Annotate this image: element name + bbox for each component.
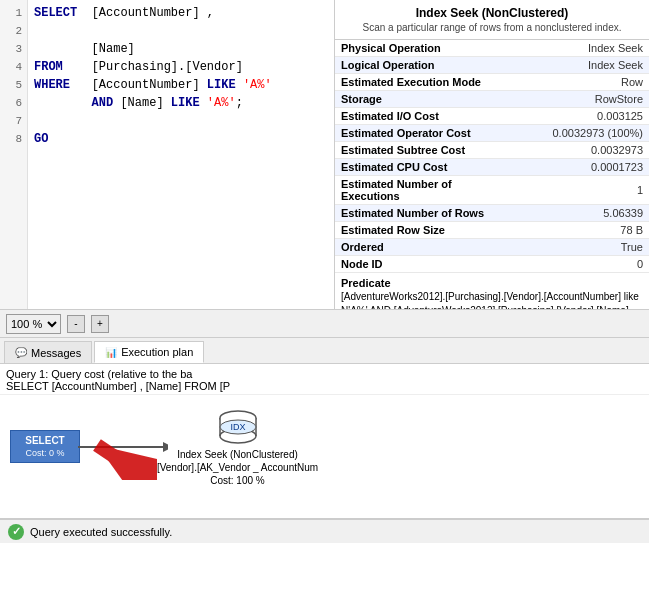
info-row-label: Estimated CPU Cost [335, 159, 508, 176]
line-numbers: 1 2 3 4 5 6 7 8 [0, 0, 28, 309]
info-panel: Index Seek (NonClustered) Scan a particu… [335, 0, 649, 309]
info-table-row: StorageRowStore [335, 91, 649, 108]
info-row-label: Estimated Number of Rows [335, 205, 508, 222]
index-seek-node[interactable]: IDX Index Seek (NonClustered) [Vendor].[… [155, 410, 320, 487]
code-line-2 [34, 22, 330, 40]
info-row-label: Estimated Row Size [335, 222, 508, 239]
code-line-8: GO [34, 130, 330, 148]
info-row-label: Estimated Operator Cost [335, 125, 508, 142]
execution-plan-icon: 📊 [105, 347, 117, 358]
query-cost-line2: SELECT [AccountNumber] , [Name] FROM [P [6, 380, 230, 392]
status-text: Query executed successfully. [30, 526, 172, 538]
info-table-row: Estimated Execution ModeRow [335, 74, 649, 91]
plan-canvas: SELECT Cost: 0 % [0, 395, 649, 515]
line-num-1: 1 [0, 4, 27, 22]
info-row-value: 0.0001723 [508, 159, 649, 176]
tab-messages[interactable]: 💬 Messages [4, 341, 92, 363]
code-panel: 1 2 3 4 5 6 7 8 SELECT [AccountNumber] ,… [0, 0, 335, 309]
info-row-label: Estimated Execution Mode [335, 74, 508, 91]
info-table-row: Estimated Number of Rows5.06339 [335, 205, 649, 222]
info-table-row: Physical OperationIndex Seek [335, 40, 649, 57]
index-node-cost: Cost: 100 % [155, 474, 320, 487]
info-row-label: Estimated Subtree Cost [335, 142, 508, 159]
tab-execution-plan-label: Execution plan [121, 346, 193, 358]
red-arrow [82, 430, 157, 480]
query-cost-line1: Query 1: Query cost (relative to the ba [6, 368, 192, 380]
info-row-value: 0.0032973 [508, 142, 649, 159]
info-row-value: Row [508, 74, 649, 91]
line-num-7: 7 [0, 112, 27, 130]
line-num-4: 4 [0, 58, 27, 76]
select-node[interactable]: SELECT Cost: 0 % [10, 430, 80, 463]
info-table-row: Estimated I/O Cost0.003125 [335, 108, 649, 125]
info-row-label: Ordered [335, 239, 508, 256]
line-num-8: 8 [0, 130, 27, 148]
select-node-label: SELECT [17, 435, 73, 446]
info-table-row: Estimated Subtree Cost0.0032973 [335, 142, 649, 159]
line-num-6: 6 [0, 94, 27, 112]
select-node-cost: Cost: 0 % [17, 448, 73, 458]
code-line-5: WHERE [AccountNumber] LIKE 'A%' [34, 76, 330, 94]
code-line-1: SELECT [AccountNumber] , [34, 4, 330, 22]
toolbar-row: 25 % 50 % 75 % 100 % 150 % 200 % - + [0, 310, 649, 338]
code-content: SELECT [AccountNumber] , [Name] FROM [Pu… [30, 0, 334, 152]
line-num-2: 2 [0, 22, 27, 40]
info-row-label: Estimated Number of Executions [335, 176, 508, 205]
info-row-label: Estimated I/O Cost [335, 108, 508, 125]
zoom-increase-button[interactable]: + [91, 315, 109, 333]
execution-area: Query 1: Query cost (relative to the ba … [0, 364, 649, 519]
info-row-value: Index Seek [508, 57, 649, 74]
zoom-select[interactable]: 25 % 50 % 75 % 100 % 150 % 200 % [6, 314, 61, 334]
index-node-label2: [Vendor].[AK_Vendor _ AccountNum [155, 461, 320, 474]
index-seek-icon: IDX [218, 410, 258, 446]
info-row-label: Logical Operation [335, 57, 508, 74]
info-table-row: Estimated Operator Cost0.0032973 (100%) [335, 125, 649, 142]
code-line-7 [34, 112, 330, 130]
status-success-icon: ✓ [8, 524, 24, 540]
line-num-5: 5 [0, 76, 27, 94]
messages-icon: 💬 [15, 347, 27, 358]
status-bar: ✓ Query executed successfully. [0, 519, 649, 543]
info-table-row: Estimated CPU Cost0.0001723 [335, 159, 649, 176]
info-row-value: True [508, 239, 649, 256]
info-row-value: 78 B [508, 222, 649, 239]
info-row-label: Node ID [335, 256, 508, 273]
info-table-row: Estimated Number of Executions1 [335, 176, 649, 205]
details-section: Predicate [AdventureWorks2012].[Purchasi… [335, 273, 649, 309]
info-row-value: 0.003125 [508, 108, 649, 125]
index-node-label1: Index Seek (NonClustered) [155, 448, 320, 461]
info-row-label: Physical Operation [335, 40, 508, 57]
info-title: Index Seek (NonClustered) [335, 0, 649, 22]
info-row-value: 0 [508, 256, 649, 273]
info-row-value: RowStore [508, 91, 649, 108]
info-table-row: Logical OperationIndex Seek [335, 57, 649, 74]
query-cost-text: Query 1: Query cost (relative to the ba … [0, 364, 649, 395]
tab-messages-label: Messages [31, 347, 81, 359]
code-line-3: [Name] [34, 40, 330, 58]
info-table: Physical OperationIndex SeekLogical Oper… [335, 40, 649, 273]
info-table-row: OrderedTrue [335, 239, 649, 256]
tab-execution-plan[interactable]: 📊 Execution plan [94, 341, 204, 363]
svg-text:IDX: IDX [230, 422, 245, 432]
info-subtitle: Scan a particular range of rows from a n… [335, 22, 649, 40]
info-table-row: Node ID0 [335, 256, 649, 273]
info-row-value: 5.06339 [508, 205, 649, 222]
info-row-value: 1 [508, 176, 649, 205]
info-table-row: Estimated Row Size78 B [335, 222, 649, 239]
line-num-3: 3 [0, 40, 27, 58]
predicate-block: Predicate [AdventureWorks2012].[Purchasi… [341, 277, 643, 309]
code-line-4: FROM [Purchasing].[Vendor] [34, 58, 330, 76]
predicate-label: Predicate [341, 277, 643, 289]
svg-line-3 [97, 445, 142, 475]
info-row-value: Index Seek [508, 40, 649, 57]
info-row-label: Storage [335, 91, 508, 108]
predicate-value: [AdventureWorks2012].[Purchasing].[Vendo… [341, 290, 643, 309]
zoom-decrease-button[interactable]: - [67, 315, 85, 333]
info-row-value: 0.0032973 (100%) [508, 125, 649, 142]
code-line-6: AND [Name] LIKE 'A%'; [34, 94, 330, 112]
tabs-row: 💬 Messages 📊 Execution plan [0, 338, 649, 364]
